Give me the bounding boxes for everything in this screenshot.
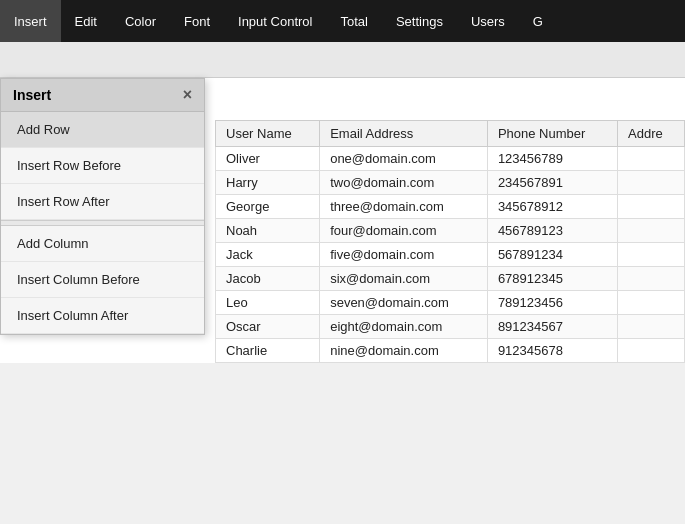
table-row: Leoseven@domain.com789123456 (216, 291, 685, 315)
table-cell: Leo (216, 291, 320, 315)
dropdown-item-add-column[interactable]: Add Column (1, 226, 204, 262)
table-cell (618, 291, 685, 315)
menu-bar: Insert Edit Color Font Input Control Tot… (0, 0, 685, 42)
table-cell: three@domain.com (320, 195, 488, 219)
table-cell: eight@domain.com (320, 315, 488, 339)
menu-item-settings[interactable]: Settings (382, 0, 457, 42)
table-cell: Noah (216, 219, 320, 243)
table-cell (618, 219, 685, 243)
table-cell: Oscar (216, 315, 320, 339)
table-cell: George (216, 195, 320, 219)
dropdown-item-insert-row-before[interactable]: Insert Row Before (1, 148, 204, 184)
menu-item-g[interactable]: G (519, 0, 557, 42)
table-cell: six@domain.com (320, 267, 488, 291)
table-cell: 234567891 (487, 171, 617, 195)
table-cell (618, 339, 685, 363)
menu-item-color[interactable]: Color (111, 0, 170, 42)
col-header-phone: Phone Number (487, 121, 617, 147)
table-cell: 123456789 (487, 147, 617, 171)
table-cell: Oliver (216, 147, 320, 171)
table-cell: 678912345 (487, 267, 617, 291)
insert-dropdown-menu: Insert × Add RowInsert Row BeforeInsert … (0, 78, 205, 335)
table-cell: 789123456 (487, 291, 617, 315)
table-cell: Charlie (216, 339, 320, 363)
table-cell: 456789123 (487, 219, 617, 243)
menu-item-total[interactable]: Total (326, 0, 381, 42)
menu-item-edit[interactable]: Edit (61, 0, 111, 42)
toolbar (0, 42, 685, 78)
dropdown-header: Insert × (1, 79, 204, 112)
table-row: Noahfour@domain.com456789123 (216, 219, 685, 243)
table-cell: 891234567 (487, 315, 617, 339)
col-header-email: Email Address (320, 121, 488, 147)
table-cell: five@domain.com (320, 243, 488, 267)
dropdown-item-insert-column-before[interactable]: Insert Column Before (1, 262, 204, 298)
dropdown-item-add-row[interactable]: Add Row (1, 112, 204, 148)
table-cell: 345678912 (487, 195, 617, 219)
table-row: Oliverone@domain.com123456789 (216, 147, 685, 171)
table-header-row: User Name Email Address Phone Number Add… (216, 121, 685, 147)
table-row: Georgethree@domain.com345678912 (216, 195, 685, 219)
col-header-username: User Name (216, 121, 320, 147)
menu-item-font[interactable]: Font (170, 0, 224, 42)
table-cell (618, 195, 685, 219)
data-table: User Name Email Address Phone Number Add… (215, 120, 685, 363)
table-cell (618, 315, 685, 339)
table-cell: two@domain.com (320, 171, 488, 195)
dropdown-close-button[interactable]: × (183, 87, 192, 103)
table-cell (618, 267, 685, 291)
table-cell: four@domain.com (320, 219, 488, 243)
table-cell: Jack (216, 243, 320, 267)
table-row: Harrytwo@domain.com234567891 (216, 171, 685, 195)
dropdown-title: Insert (13, 87, 51, 103)
table-cell: nine@domain.com (320, 339, 488, 363)
table-cell (618, 171, 685, 195)
table-cell: 567891234 (487, 243, 617, 267)
table-cell (618, 147, 685, 171)
table-row: Jacobsix@domain.com678912345 (216, 267, 685, 291)
table-cell: Jacob (216, 267, 320, 291)
table-cell: 912345678 (487, 339, 617, 363)
menu-item-input-control[interactable]: Input Control (224, 0, 326, 42)
table-cell (618, 243, 685, 267)
dropdown-item-insert-column-after[interactable]: Insert Column After (1, 298, 204, 334)
table-cell: one@domain.com (320, 147, 488, 171)
table-row: Charlienine@domain.com912345678 (216, 339, 685, 363)
dropdown-item-insert-row-after[interactable]: Insert Row After (1, 184, 204, 220)
table-row: Oscareight@domain.com891234567 (216, 315, 685, 339)
table-row: Jackfive@domain.com567891234 (216, 243, 685, 267)
table-cell: Harry (216, 171, 320, 195)
table-cell: seven@domain.com (320, 291, 488, 315)
menu-item-insert[interactable]: Insert (0, 0, 61, 42)
menu-item-users[interactable]: Users (457, 0, 519, 42)
col-header-address: Addre (618, 121, 685, 147)
